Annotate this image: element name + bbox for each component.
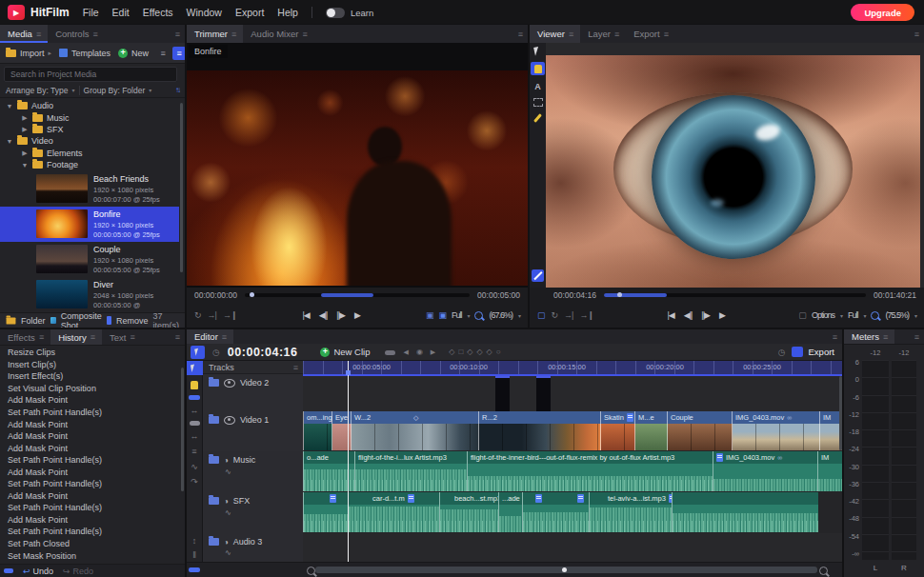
keyframe-marker[interactable]: ◇ <box>413 411 418 424</box>
set-in-icon[interactable]: →| <box>564 310 572 320</box>
loop-icon[interactable]: ↻ <box>552 310 558 320</box>
layer-tab-menu-icon[interactable]: ≡ <box>614 30 618 39</box>
list-view-button[interactable]: ≡ <box>156 47 170 60</box>
step-back-button[interactable]: ◀|| <box>319 310 328 320</box>
timeline-clip[interactable] <box>522 492 590 532</box>
tab-controls[interactable]: Controls≡ <box>48 25 105 43</box>
track-height-icon[interactable]: ↕ <box>192 536 197 546</box>
select-tool-icon[interactable] <box>533 46 543 55</box>
step-back-button[interactable]: ◀|| <box>684 310 693 320</box>
history-item[interactable]: Add Mask Point <box>0 430 179 443</box>
learn-toggle[interactable] <box>326 8 345 18</box>
zoom-slider-handle[interactable] <box>562 567 567 572</box>
history-item[interactable]: Set Visual Clip Position <box>0 383 179 395</box>
media-item-couple[interactable]: Couple1920 × 1080 pixels00:00:05:00 @ 25… <box>0 242 179 277</box>
next-keyframe-icon[interactable]: ▶ <box>431 348 435 356</box>
timeline-clip[interactable]: Couple <box>667 411 733 450</box>
history-item[interactable]: Add Mask Point <box>0 466 179 478</box>
track-folder-icon[interactable] <box>209 416 219 424</box>
grid-icon[interactable]: ▢ <box>798 310 806 320</box>
timeline-clip[interactable]: M...e <box>634 411 668 450</box>
remove-button[interactable]: Remove <box>116 316 149 326</box>
workspace-icon-b[interactable]: ▣ <box>438 310 446 320</box>
menu-effects[interactable]: Effects <box>143 7 173 18</box>
track-lane-sfx[interactable]: car-d...t.m beach...st.mp3 ...ade tel-av… <box>303 492 842 534</box>
tab-viewer[interactable]: Viewer≡ <box>530 25 580 43</box>
new-folder-button[interactable]: Folder <box>21 316 46 326</box>
history-item[interactable]: Resize Clips <box>0 347 179 359</box>
play-button[interactable]: ▶ <box>719 310 725 320</box>
viewer-tab-menu-icon[interactable]: ≡ <box>569 30 572 39</box>
timeline-clip[interactable] <box>536 376 551 412</box>
viewer-zoom-level[interactable]: (75.5%) <box>885 310 909 320</box>
tab-export[interactable]: Export≡ <box>626 25 675 43</box>
loop-icon[interactable]: ↻ <box>194 310 201 320</box>
timeline-clip[interactable]: Skatin <box>600 411 635 450</box>
tab-media[interactable]: Media≡ <box>0 25 48 43</box>
trimmer-seekbar[interactable] <box>245 293 470 297</box>
timeline-clip[interactable]: flight-of-the-i...lux Artist.mp3 <box>354 451 468 491</box>
tree-item-video[interactable]: ▼Video <box>0 135 179 147</box>
viewer-panel-menu-icon[interactable]: ≡ <box>914 30 924 39</box>
controls-tab-menu-icon[interactable]: ≡ <box>93 30 97 39</box>
tab-audio-mixer[interactable]: Audio Mixer≡ <box>243 25 313 43</box>
slice-tool-icon[interactable] <box>189 395 200 400</box>
export-tab-menu-icon[interactable]: ≡ <box>664 30 668 39</box>
set-in-icon[interactable]: →| <box>208 310 216 320</box>
history-hscrollbar[interactable] <box>4 568 13 573</box>
tree-item-elements[interactable]: ▶Elements <box>0 148 179 159</box>
slide-tool-icon[interactable]: ↔ <box>191 431 199 441</box>
new-clip-button[interactable]: +New Clip <box>320 347 370 357</box>
history-item[interactable]: Add Mask Point <box>0 394 179 407</box>
track-header-video1[interactable]: Video 1 <box>203 411 303 455</box>
rate-stretch-tool-icon[interactable]: ≡ <box>191 447 196 456</box>
zoom-icon[interactable] <box>871 311 879 320</box>
track-folder-icon[interactable] <box>209 379 219 387</box>
envelope-tool-icon[interactable]: ∿ <box>191 462 198 471</box>
go-to-start-button[interactable]: |◀ <box>302 310 309 320</box>
track-audio-icon[interactable]: ◑ <box>224 538 229 547</box>
tree-item-sfx[interactable]: ▶SFX <box>0 124 179 135</box>
tracks-menu-icon[interactable]: ≡ <box>293 363 297 372</box>
export-icon[interactable] <box>792 347 803 357</box>
waveform-toggle-icon[interactable]: ∿ <box>225 508 231 517</box>
search-input[interactable] <box>4 67 177 82</box>
trimmer-scale-select[interactable]: Full <box>452 310 462 320</box>
remove-icon[interactable] <box>107 316 111 325</box>
zoom-icon[interactable] <box>474 311 483 320</box>
timeline-clip[interactable] <box>495 376 510 412</box>
zoom-caret-icon[interactable]: ▾ <box>518 312 520 319</box>
timeline-clip[interactable]: car-d...t.m <box>348 492 440 532</box>
set-out-icon[interactable]: →❙ <box>579 310 593 320</box>
timeline-ruler[interactable]: 00:00:05:00 00:00:10:00 00:00:15:00 00:0… <box>303 361 842 376</box>
timeline-clip[interactable]: ...ade <box>498 492 523 532</box>
media-scrollbar[interactable] <box>180 103 183 272</box>
tab-text[interactable]: Text≡ <box>102 329 142 345</box>
menu-file[interactable]: File <box>83 7 99 18</box>
tab-layer[interactable]: Layer≡ <box>580 25 626 43</box>
text-tool-icon[interactable]: A <box>534 82 541 91</box>
track-audio-icon[interactable]: ◑ <box>224 497 229 506</box>
tool-strip-scroll[interactable] <box>189 567 200 572</box>
audio-mixer-tab-menu-icon[interactable]: ≡ <box>302 30 306 39</box>
history-item[interactable]: Add Mask Point <box>0 418 179 430</box>
track-header-video2[interactable]: Video 2 <box>203 374 303 415</box>
new-button[interactable]: +New <box>118 49 149 58</box>
track-visibility-icon[interactable] <box>224 379 235 388</box>
keyframe-tool-icons[interactable]: ◇□◇◇◇○ <box>449 348 504 356</box>
effects-tab-menu-icon[interactable]: ≡ <box>39 332 43 342</box>
redo-button[interactable]: ↪Redo <box>63 567 93 576</box>
meters-tab-menu-icon[interactable]: ≡ <box>883 332 887 342</box>
group-by-select[interactable]: Group By: Folder <box>84 86 146 95</box>
mask-rect-tool-icon[interactable] <box>533 98 543 107</box>
track-lane-video1[interactable]: om...ing Eye W...2◇ R...2 Skatin M...e C… <box>303 411 842 452</box>
viewer-scale-select[interactable]: Full <box>848 310 858 320</box>
media-tab-menu-icon[interactable]: ≡ <box>36 30 40 39</box>
hand-tool-icon[interactable] <box>191 381 198 389</box>
history-item[interactable]: Set Path Point Handle(s) <box>0 454 179 467</box>
select-tool-icon[interactable] <box>187 361 203 375</box>
menu-window[interactable]: Window <box>187 7 222 18</box>
timeline-clip[interactable]: tel-aviv-a...ist.mp3 <box>589 492 673 532</box>
track-lane-video2[interactable] <box>303 376 842 412</box>
playhead[interactable] <box>348 361 349 562</box>
